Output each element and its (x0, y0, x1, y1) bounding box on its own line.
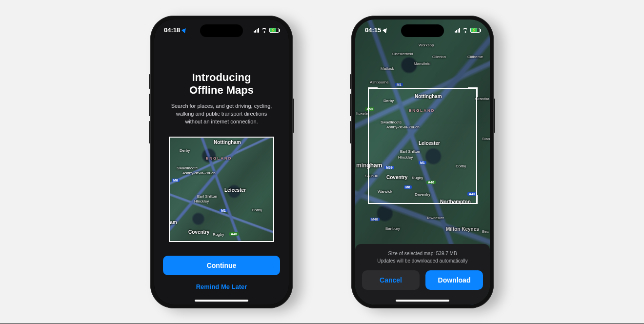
wifi-icon (261, 28, 267, 33)
road-badge-m40: M40 (370, 218, 380, 221)
continue-button[interactable]: Continue (163, 256, 280, 275)
download-button[interactable]: Download (425, 270, 483, 290)
wifi-icon (462, 28, 468, 33)
remind-later-button[interactable]: Remind Me Later (163, 278, 280, 296)
power-button (293, 99, 294, 133)
cancel-button[interactable]: Cancel (362, 270, 420, 290)
volume-button (350, 74, 351, 89)
dynamic-island (200, 24, 243, 37)
selection-frame[interactable] (368, 88, 477, 204)
volume-button (149, 94, 150, 116)
battery-icon: ⚡ (269, 28, 279, 33)
phone-right: Worksop Chesterfield Ollerton Mansfield … (351, 16, 494, 308)
dynamic-island (401, 24, 444, 37)
map-surface: Nottingham Derby ENGLAND Swadlincote Ash… (169, 137, 274, 242)
download-size-text: Size of selected map: 539.7 MB Updates w… (362, 250, 483, 264)
power-button (494, 99, 495, 133)
home-indicator[interactable] (396, 300, 449, 302)
location-icon (181, 27, 188, 33)
intro-title: Introducing Offline Maps (163, 71, 280, 97)
intro-subtitle: Search for places, and get driving, cycl… (168, 102, 275, 126)
stage: 04:18 ⚡ Introducing Offline Maps Search … (0, 0, 644, 324)
download-sheet: Size of selected map: 539.7 MB Updates w… (355, 244, 490, 304)
location-icon (382, 27, 389, 33)
phone-screen: 04:18 ⚡ Introducing Offline Maps Search … (154, 20, 289, 304)
battery-icon: ⚡ (470, 28, 480, 33)
road-badge-m1: M1 (395, 83, 403, 86)
volume-button (149, 121, 150, 143)
volume-button (350, 121, 351, 143)
intro-title-line2: Offline Maps (189, 84, 254, 96)
map-preview: Nottingham Derby ENGLAND Swadlincote Ash… (169, 137, 274, 242)
cellular-signal-icon (254, 28, 259, 33)
status-time: 04:15 (365, 26, 381, 34)
cellular-signal-icon (455, 28, 460, 33)
offline-maps-intro: Introducing Offline Maps Search for plac… (154, 20, 289, 304)
volume-button (149, 74, 150, 89)
status-time: 04:18 (164, 26, 180, 34)
volume-button (350, 94, 351, 116)
selection-frame[interactable] (169, 137, 274, 242)
home-indicator[interactable] (195, 300, 248, 302)
phone-screen: Worksop Chesterfield Ollerton Mansfield … (355, 20, 490, 304)
phone-left: 04:18 ⚡ Introducing Offline Maps Search … (150, 16, 293, 308)
intro-title-line1: Introducing (192, 71, 251, 83)
